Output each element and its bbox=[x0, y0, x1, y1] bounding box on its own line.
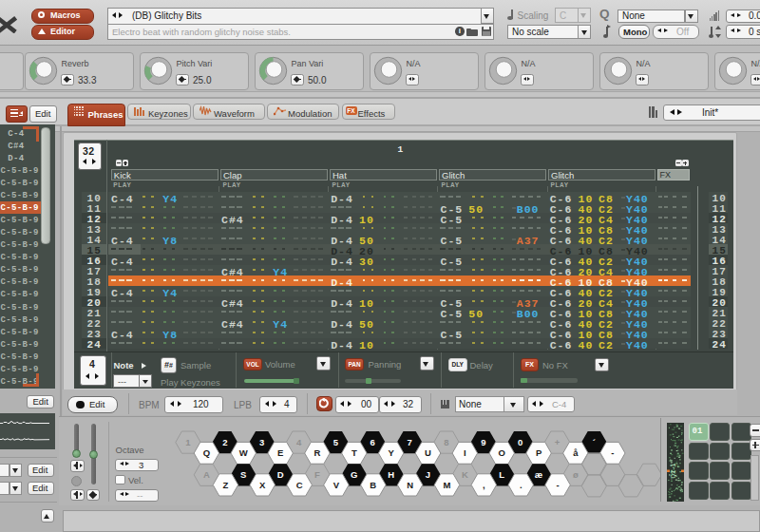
svg-text:Y: Y bbox=[388, 447, 394, 458]
svg-text:S: S bbox=[240, 469, 246, 480]
svg-text:G: G bbox=[351, 469, 357, 480]
svg-text:L: L bbox=[499, 469, 504, 480]
svg-text:P: P bbox=[536, 447, 542, 458]
svg-text:V: V bbox=[333, 480, 340, 490]
svg-text:E: E bbox=[277, 447, 283, 458]
svg-text:9: 9 bbox=[481, 437, 485, 447]
svg-text:-: - bbox=[556, 480, 559, 490]
svg-text:Q: Q bbox=[203, 447, 210, 458]
svg-text:B: B bbox=[370, 480, 376, 490]
svg-text:6: 6 bbox=[370, 437, 375, 447]
svg-text:W: W bbox=[239, 447, 248, 458]
svg-text:.: . bbox=[520, 480, 522, 490]
svg-text:æ: æ bbox=[535, 469, 543, 480]
svg-text:K: K bbox=[462, 469, 468, 480]
svg-text:7: 7 bbox=[407, 437, 411, 447]
svg-text:4: 4 bbox=[296, 437, 302, 447]
svg-text:3: 3 bbox=[259, 437, 264, 447]
svg-text:1: 1 bbox=[185, 437, 191, 447]
svg-text:,: , bbox=[483, 480, 485, 490]
svg-text:T: T bbox=[352, 447, 357, 458]
svg-text:´: ´ bbox=[593, 437, 596, 447]
svg-text:å: å bbox=[573, 447, 579, 458]
svg-text:ø: ø bbox=[573, 469, 579, 480]
svg-text:U: U bbox=[425, 447, 431, 458]
svg-text:-: - bbox=[611, 447, 614, 458]
svg-text:01-1: 01-1 bbox=[669, 462, 677, 478]
svg-text:R: R bbox=[314, 447, 321, 458]
svg-text:H: H bbox=[388, 469, 394, 480]
svg-text:J: J bbox=[426, 469, 430, 480]
svg-text:8: 8 bbox=[444, 437, 448, 447]
svg-text:I: I bbox=[464, 447, 466, 458]
svg-text:2: 2 bbox=[222, 437, 227, 447]
svg-text:F: F bbox=[314, 469, 320, 480]
svg-text:M: M bbox=[444, 480, 451, 490]
svg-text:5: 5 bbox=[333, 437, 339, 447]
svg-text:D: D bbox=[277, 469, 284, 480]
svg-text:Z: Z bbox=[222, 480, 228, 490]
svg-text:X: X bbox=[259, 480, 266, 490]
svg-text:0: 0 bbox=[518, 437, 522, 447]
svg-text:N: N bbox=[407, 480, 413, 490]
svg-text:O: O bbox=[499, 447, 505, 458]
svg-text:C: C bbox=[296, 480, 303, 490]
svg-text:+: + bbox=[555, 437, 560, 447]
svg-text:A: A bbox=[203, 469, 210, 480]
